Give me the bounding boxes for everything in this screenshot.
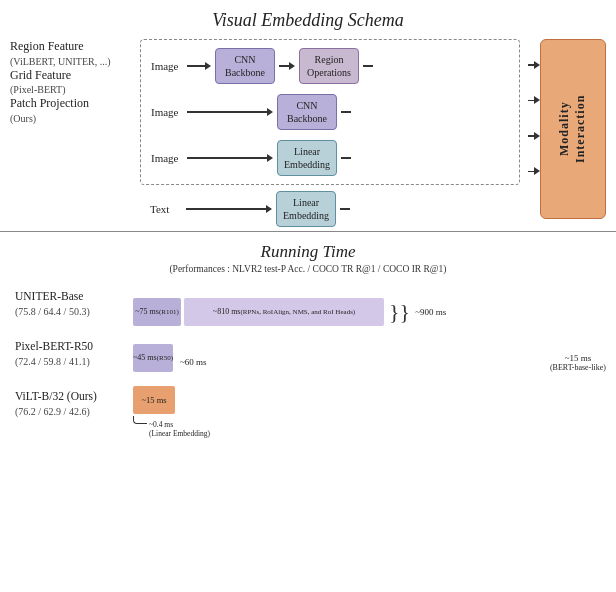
pixelbert-bars: ~45 ms(R50) ~60 ms ~15 ms (BERT-base-lik… xyxy=(133,336,606,372)
top-section: Visual Embedding Schema Region Feature (… xyxy=(0,0,616,232)
uniter-end-label: ~900 ms xyxy=(415,307,446,317)
bar-uniter-small: ~75 ms(R101) xyxy=(133,298,181,326)
uniter-bars: ~75 ms(R101) ~810 ms(RPNs, RoIAlign, NMS… xyxy=(133,286,606,322)
runtime-title: Running Time xyxy=(10,242,606,262)
cnn-backbone-1: CNNBackbone xyxy=(215,48,275,84)
chart-area: UNITER-Base (75.8 / 64.4 / 50.3) ~75 ms(… xyxy=(10,286,606,422)
right-side: ModalityInteraction xyxy=(528,39,606,219)
runtime-subtitle: (Performances : NLVR2 test-P Acc. / COCO… xyxy=(10,264,606,274)
arrow-col xyxy=(528,39,540,219)
label-patch: Patch Projection (Ours) xyxy=(10,96,134,125)
bar-uniter-large: ~810 ms(RPNs, RoIAlign, NMS, and RoI Hea… xyxy=(184,298,384,326)
bottom-section: Running Time (Performances : NLVR2 test-… xyxy=(0,232,616,432)
arrow-1 xyxy=(528,61,540,69)
left-labels: Region Feature (ViLBERT, UNITER, ...) Gr… xyxy=(10,39,140,145)
modality-box-container: ModalityInteraction xyxy=(540,39,606,219)
chart-row-pixelbert: Pixel-BERT-R50 (72.4 / 59.8 / 41.1) ~45 … xyxy=(15,336,606,372)
squiggle-uniter: }} xyxy=(389,301,410,323)
label-region: Region Feature (ViLBERT, UNITER, ...) xyxy=(10,39,134,68)
vilt-bars: ~15 ms ~0.4 ms(Linear Embedding) xyxy=(133,386,606,422)
cnn-backbone-2: CNNBackbone xyxy=(277,94,337,130)
modality-box: ModalityInteraction xyxy=(540,39,606,219)
schema-title: Visual Embedding Schema xyxy=(10,10,606,31)
arrow-3 xyxy=(528,132,540,140)
uniter-label: UNITER-Base (75.8 / 64.4 / 50.3) xyxy=(15,289,125,318)
pixel-end-label: ~15 ms (BERT-base-like) xyxy=(550,353,606,372)
linear-embedding-1: LinearEmbedding xyxy=(277,140,337,176)
pixelbert-label: Pixel-BERT-R50 (72.4 / 59.8 / 41.1) xyxy=(15,339,125,368)
linear-embedding-2: LinearEmbedding xyxy=(276,191,336,227)
vilt-bar-group: ~15 ms ~0.4 ms(Linear Embedding) xyxy=(133,386,210,438)
pixel-60ms-label: ~60 ms xyxy=(180,357,207,367)
region-operations: RegionOperations xyxy=(299,48,359,84)
label-grid: Grid Feature (Pixel-BERT) xyxy=(10,68,134,97)
arrow-2 xyxy=(528,96,540,104)
flow-row-patch: Image LinearEmbedding xyxy=(151,140,509,176)
flow-row-region: Image CNNBackbone RegionOperations xyxy=(151,48,509,84)
flows-area: Image CNNBackbone RegionOperations xyxy=(140,39,528,231)
dashed-box: Image CNNBackbone RegionOperations xyxy=(140,39,520,185)
flow-row-grid: Image CNNBackbone xyxy=(151,94,509,130)
bar-pixel-small: ~45 ms(R50) xyxy=(133,344,173,372)
arrow-4 xyxy=(528,167,540,175)
text-row: Text LinearEmbedding xyxy=(140,185,528,231)
bar-vilt: ~15 ms xyxy=(133,386,175,414)
chart-row-uniter: UNITER-Base (75.8 / 64.4 / 50.3) ~75 ms(… xyxy=(15,286,606,322)
vilt-label: ViLT-B/32 (Ours) (76.2 / 62.9 / 42.6) xyxy=(15,389,125,418)
vilt-below-label: ~0.4 ms(Linear Embedding) xyxy=(133,416,210,438)
chart-row-vilt: ViLT-B/32 (Ours) (76.2 / 62.9 / 42.6) ~1… xyxy=(15,386,606,422)
